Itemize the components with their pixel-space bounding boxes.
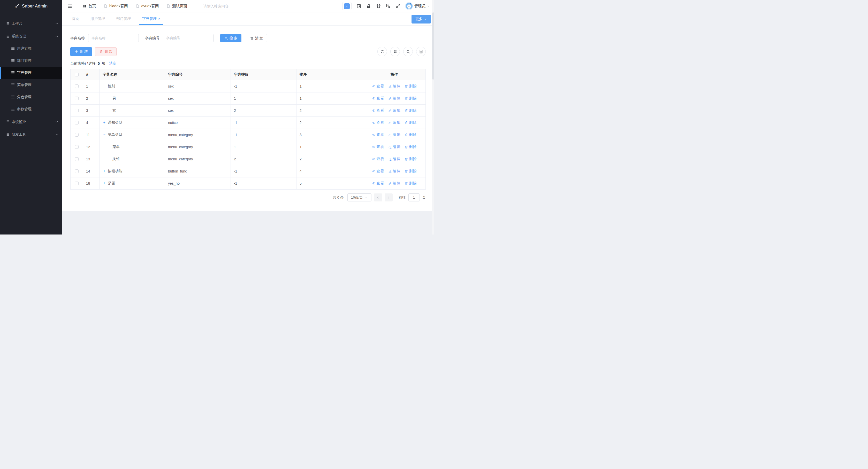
row-index: 4 bbox=[83, 117, 99, 129]
view-link[interactable]: 查看 bbox=[372, 145, 384, 149]
top-menu-toggle-button[interactable] bbox=[342, 2, 351, 10]
sidebar-item-label: 参数管理 bbox=[17, 107, 32, 111]
top-nav-bladex[interactable]: bladex官网 bbox=[104, 4, 128, 8]
tabs-more-button[interactable]: 更多 bbox=[411, 15, 431, 24]
delete-link[interactable]: 删除 bbox=[405, 181, 417, 186]
view-link[interactable]: 查看 bbox=[372, 120, 384, 125]
lock-screen-icon[interactable] bbox=[366, 4, 371, 8]
toggle-search-button[interactable] bbox=[403, 47, 413, 56]
collapse-toggle-icon[interactable]: − bbox=[103, 84, 106, 88]
view-link[interactable]: 查看 bbox=[372, 157, 384, 161]
table-row: 14 +按钮功能 button_func -1 4 查看 编辑 删除 bbox=[70, 165, 426, 177]
add-button[interactable]: 新增 bbox=[70, 47, 92, 56]
delete-link[interactable]: 删除 bbox=[405, 120, 417, 125]
edit-link[interactable]: 编辑 bbox=[388, 181, 400, 186]
next-page-button[interactable] bbox=[384, 194, 393, 201]
dict-key: 1 bbox=[231, 93, 297, 105]
scrollbar[interactable] bbox=[432, 0, 434, 234]
user-menu[interactable]: 管理员 bbox=[406, 3, 431, 9]
top-nav-avuex[interactable]: avuex官网 bbox=[136, 4, 159, 8]
row-checkbox[interactable] bbox=[75, 133, 79, 137]
sidebar-item-role-mgmt[interactable]: 角色管理 bbox=[0, 91, 62, 103]
row-checkbox[interactable] bbox=[75, 121, 79, 125]
language-switch-icon[interactable] bbox=[386, 4, 391, 8]
delete-button[interactable]: 删除 bbox=[95, 47, 117, 56]
top-nav-home[interactable]: 首页 bbox=[83, 4, 96, 8]
sidebar-item-dev-tools[interactable]: 研发工具 bbox=[0, 128, 62, 140]
row-checkbox[interactable] bbox=[75, 181, 79, 185]
view-link[interactable]: 查看 bbox=[372, 169, 384, 173]
app-title: Saber Admin bbox=[22, 4, 48, 9]
delete-link[interactable]: 删除 bbox=[405, 169, 417, 173]
chevron-down-icon bbox=[424, 18, 427, 21]
list-icon bbox=[5, 120, 9, 124]
row-checkbox[interactable] bbox=[75, 145, 79, 149]
page-size-select[interactable]: 10条/页 bbox=[347, 194, 371, 201]
sidebar-item-dept-mgmt[interactable]: 部门管理 bbox=[0, 55, 62, 67]
work-order-icon[interactable] bbox=[356, 4, 361, 8]
trash-icon bbox=[405, 133, 408, 137]
tab-dict-mgmt[interactable]: 字典管理 × bbox=[136, 12, 166, 25]
row-checkbox[interactable] bbox=[75, 85, 79, 88]
sidebar-item-user-mgmt[interactable]: 用户管理 bbox=[0, 42, 62, 55]
sidebar-item-label: 角色管理 bbox=[17, 95, 32, 99]
global-search-input[interactable] bbox=[203, 4, 252, 8]
edit-link[interactable]: 编辑 bbox=[388, 133, 400, 137]
delete-link[interactable]: 删除 bbox=[405, 157, 417, 161]
search-button[interactable]: 搜索 bbox=[220, 34, 241, 42]
select-all-checkbox[interactable] bbox=[75, 73, 79, 76]
sidebar-item-dict-mgmt[interactable]: 字典管理 bbox=[0, 67, 62, 79]
expand-toggle-icon[interactable]: + bbox=[103, 181, 106, 185]
edit-link[interactable]: 编辑 bbox=[388, 169, 400, 173]
selection-clear-link[interactable]: 清空 bbox=[109, 61, 116, 66]
delete-link[interactable]: 删除 bbox=[405, 96, 417, 101]
view-link[interactable]: 查看 bbox=[372, 133, 384, 137]
row-checkbox[interactable] bbox=[75, 97, 79, 100]
sidebar-item-system-monitor[interactable]: 系统监控 bbox=[0, 116, 62, 128]
delete-link[interactable]: 删除 bbox=[405, 145, 417, 149]
clear-filters-button[interactable]: 清空 bbox=[246, 34, 267, 42]
expand-toggle-icon[interactable]: + bbox=[103, 169, 106, 173]
delete-link[interactable]: 删除 bbox=[405, 84, 417, 89]
delete-link[interactable]: 删除 bbox=[405, 133, 417, 137]
expand-toggle-icon[interactable]: + bbox=[103, 120, 106, 125]
page-input[interactable] bbox=[408, 194, 420, 201]
dict-code-input[interactable] bbox=[163, 34, 214, 42]
prev-page-button[interactable] bbox=[374, 194, 382, 201]
tab-home[interactable]: 首页 bbox=[66, 12, 85, 25]
list-icon bbox=[11, 107, 15, 111]
edit-link[interactable]: 编辑 bbox=[388, 108, 400, 113]
sidebar-item-workbench[interactable]: 工作台 bbox=[0, 18, 62, 30]
edit-link[interactable]: 编辑 bbox=[388, 96, 400, 101]
sidebar-item-menu-mgmt[interactable]: 菜单管理 bbox=[0, 79, 62, 91]
tab-dept-mgmt[interactable]: 部门管理 bbox=[111, 12, 136, 25]
column-settings-button[interactable] bbox=[390, 47, 400, 56]
tab-user-mgmt[interactable]: 用户管理 bbox=[85, 12, 111, 25]
collapse-menu-icon[interactable] bbox=[67, 4, 72, 9]
row-checkbox[interactable] bbox=[75, 157, 79, 161]
edit-link[interactable]: 编辑 bbox=[388, 145, 400, 149]
view-link[interactable]: 查看 bbox=[372, 84, 384, 89]
row-checkbox[interactable] bbox=[75, 169, 79, 173]
sidebar-item-param-mgmt[interactable]: 参数管理 bbox=[0, 103, 62, 115]
delete-link[interactable]: 删除 bbox=[405, 108, 417, 113]
view-link[interactable]: 查看 bbox=[372, 181, 384, 186]
list-icon bbox=[11, 59, 15, 63]
fullscreen-icon[interactable] bbox=[396, 4, 401, 8]
top-nav-testpage[interactable]: 测试页面 bbox=[166, 4, 187, 8]
edit-link[interactable]: 编辑 bbox=[388, 84, 400, 89]
row-checkbox[interactable] bbox=[75, 109, 79, 112]
scrollbar-thumb[interactable] bbox=[432, 12, 434, 79]
refresh-button[interactable] bbox=[377, 47, 387, 56]
export-button[interactable] bbox=[416, 47, 426, 56]
theme-skin-icon[interactable] bbox=[376, 4, 381, 8]
view-link[interactable]: 查看 bbox=[372, 108, 384, 113]
view-link[interactable]: 查看 bbox=[372, 96, 384, 101]
collapse-toggle-icon[interactable]: − bbox=[103, 133, 106, 137]
dict-name-input[interactable] bbox=[88, 34, 139, 42]
pencil-icon bbox=[388, 121, 392, 125]
tab-close-icon[interactable]: × bbox=[158, 17, 160, 21]
edit-link[interactable]: 编辑 bbox=[388, 120, 400, 125]
edit-link[interactable]: 编辑 bbox=[388, 157, 400, 161]
sidebar-item-system-mgmt[interactable]: 系统管理 bbox=[0, 30, 62, 42]
